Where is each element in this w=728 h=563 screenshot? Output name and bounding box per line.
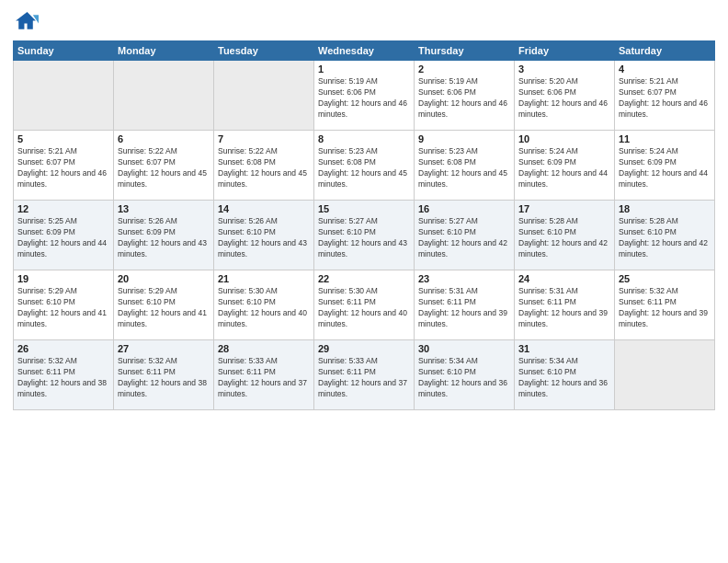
day-info: Sunrise: 5:30 AMSunset: 6:10 PMDaylight:… [218,286,310,330]
weekday-header-saturday: Saturday [615,41,715,61]
day-info: Sunrise: 5:26 AMSunset: 6:09 PMDaylight:… [118,216,210,260]
day-info: Sunrise: 5:28 AMSunset: 6:10 PMDaylight:… [518,216,610,260]
calendar-cell: 24Sunrise: 5:31 AMSunset: 6:11 PMDayligh… [515,270,615,340]
calendar-cell: 14Sunrise: 5:26 AMSunset: 6:10 PMDayligh… [214,201,314,270]
day-info: Sunrise: 5:23 AMSunset: 6:08 PMDaylight:… [318,146,410,190]
day-number: 2 [418,63,510,75]
day-number: 31 [518,343,610,354]
calendar-cell: 6Sunrise: 5:22 AMSunset: 6:07 PMDaylight… [114,131,214,201]
calendar-cell: 15Sunrise: 5:27 AMSunset: 6:10 PMDayligh… [314,201,415,270]
day-number: 29 [318,343,410,354]
calendar-cell: 27Sunrise: 5:32 AMSunset: 6:11 PMDayligh… [114,340,214,410]
calendar-cell: 5Sunrise: 5:21 AMSunset: 6:07 PMDaylight… [14,131,114,201]
day-number: 19 [17,273,109,284]
calendar-cell: 30Sunrise: 5:34 AMSunset: 6:10 PMDayligh… [415,340,515,410]
day-number: 10 [518,133,610,144]
calendar-cell: 19Sunrise: 5:29 AMSunset: 6:10 PMDayligh… [14,270,114,340]
day-info: Sunrise: 5:19 AMSunset: 6:06 PMDaylight:… [318,76,410,121]
day-number: 18 [619,203,711,214]
week-row-5: 26Sunrise: 5:32 AMSunset: 6:11 PMDayligh… [14,340,715,410]
day-info: Sunrise: 5:34 AMSunset: 6:10 PMDaylight:… [418,356,510,400]
day-number: 12 [17,203,109,214]
calendar-cell [114,61,214,131]
weekday-header-thursday: Thursday [415,41,515,61]
weekday-header-friday: Friday [515,41,615,61]
day-number: 28 [218,343,310,354]
calendar-cell: 29Sunrise: 5:33 AMSunset: 6:11 PMDayligh… [314,340,415,410]
day-info: Sunrise: 5:32 AMSunset: 6:11 PMDaylight:… [619,286,711,330]
calendar-table: SundayMondayTuesdayWednesdayThursdayFrid… [13,40,715,410]
calendar-cell: 7Sunrise: 5:22 AMSunset: 6:08 PMDaylight… [214,131,314,201]
calendar-cell: 2Sunrise: 5:19 AMSunset: 6:06 PMDaylight… [415,61,515,131]
day-number: 7 [218,133,310,144]
day-number: 15 [318,203,410,214]
logo [13,9,40,35]
day-info: Sunrise: 5:27 AMSunset: 6:10 PMDaylight:… [418,216,510,260]
day-number: 21 [218,273,310,284]
weekday-header-sunday: Sunday [14,41,114,61]
calendar-cell: 9Sunrise: 5:23 AMSunset: 6:08 PMDaylight… [415,131,515,201]
day-number: 24 [518,273,610,284]
day-info: Sunrise: 5:26 AMSunset: 6:10 PMDaylight:… [218,216,310,260]
day-number: 26 [17,343,109,354]
day-number: 17 [518,203,610,214]
page: SundayMondayTuesdayWednesdayThursdayFrid… [0,0,728,563]
weekday-header-wednesday: Wednesday [314,41,415,61]
day-info: Sunrise: 5:27 AMSunset: 6:10 PMDaylight:… [318,216,410,260]
day-info: Sunrise: 5:29 AMSunset: 6:10 PMDaylight:… [118,286,210,330]
day-info: Sunrise: 5:21 AMSunset: 6:07 PMDaylight:… [17,146,109,190]
calendar-cell: 31Sunrise: 5:34 AMSunset: 6:10 PMDayligh… [515,340,615,410]
calendar-cell: 1Sunrise: 5:19 AMSunset: 6:06 PMDaylight… [314,61,415,131]
calendar-cell: 13Sunrise: 5:26 AMSunset: 6:09 PMDayligh… [114,201,214,270]
day-number: 16 [418,203,510,214]
day-info: Sunrise: 5:34 AMSunset: 6:10 PMDaylight:… [518,356,610,400]
day-info: Sunrise: 5:20 AMSunset: 6:06 PMDaylight:… [518,76,610,121]
logo-icon [13,9,39,35]
day-info: Sunrise: 5:23 AMSunset: 6:08 PMDaylight:… [418,146,510,190]
day-info: Sunrise: 5:33 AMSunset: 6:11 PMDaylight:… [218,356,310,400]
day-number: 14 [218,203,310,214]
day-info: Sunrise: 5:32 AMSunset: 6:11 PMDaylight:… [17,356,109,400]
calendar-cell [615,340,715,410]
day-number: 22 [318,273,410,284]
svg-marker-0 [16,12,36,29]
calendar-cell: 21Sunrise: 5:30 AMSunset: 6:10 PMDayligh… [214,270,314,340]
day-number: 30 [418,343,510,354]
calendar-cell: 18Sunrise: 5:28 AMSunset: 6:10 PMDayligh… [615,201,715,270]
calendar-cell: 3Sunrise: 5:20 AMSunset: 6:06 PMDaylight… [515,61,615,131]
day-number: 25 [619,273,711,284]
calendar-cell: 10Sunrise: 5:24 AMSunset: 6:09 PMDayligh… [515,131,615,201]
calendar-cell: 17Sunrise: 5:28 AMSunset: 6:10 PMDayligh… [515,201,615,270]
calendar-cell: 22Sunrise: 5:30 AMSunset: 6:11 PMDayligh… [314,270,415,340]
day-info: Sunrise: 5:24 AMSunset: 6:09 PMDaylight:… [619,146,711,190]
day-info: Sunrise: 5:19 AMSunset: 6:06 PMDaylight:… [418,76,510,121]
day-number: 9 [418,133,510,144]
calendar-cell: 11Sunrise: 5:24 AMSunset: 6:09 PMDayligh… [615,131,715,201]
weekday-header-row: SundayMondayTuesdayWednesdayThursdayFrid… [14,41,715,61]
calendar-cell: 28Sunrise: 5:33 AMSunset: 6:11 PMDayligh… [214,340,314,410]
day-info: Sunrise: 5:29 AMSunset: 6:10 PMDaylight:… [17,286,109,330]
day-info: Sunrise: 5:21 AMSunset: 6:07 PMDaylight:… [619,76,711,121]
calendar-cell [14,61,114,131]
day-number: 1 [318,63,410,75]
day-number: 20 [118,273,210,284]
day-number: 13 [118,203,210,214]
day-info: Sunrise: 5:32 AMSunset: 6:11 PMDaylight:… [118,356,210,400]
week-row-2: 5Sunrise: 5:21 AMSunset: 6:07 PMDaylight… [14,131,715,201]
day-number: 27 [118,343,210,354]
day-number: 8 [318,133,410,144]
calendar-cell: 8Sunrise: 5:23 AMSunset: 6:08 PMDaylight… [314,131,415,201]
header [13,9,715,35]
day-number: 6 [118,133,210,144]
week-row-4: 19Sunrise: 5:29 AMSunset: 6:10 PMDayligh… [14,270,715,340]
calendar-cell: 4Sunrise: 5:21 AMSunset: 6:07 PMDaylight… [615,61,715,131]
day-info: Sunrise: 5:25 AMSunset: 6:09 PMDaylight:… [17,216,109,260]
day-info: Sunrise: 5:31 AMSunset: 6:11 PMDaylight:… [518,286,610,330]
calendar-cell [214,61,314,131]
calendar-cell: 25Sunrise: 5:32 AMSunset: 6:11 PMDayligh… [615,270,715,340]
day-number: 4 [619,63,711,75]
calendar-cell: 26Sunrise: 5:32 AMSunset: 6:11 PMDayligh… [14,340,114,410]
day-number: 23 [418,273,510,284]
day-info: Sunrise: 5:31 AMSunset: 6:11 PMDaylight:… [418,286,510,330]
day-number: 5 [17,133,109,144]
